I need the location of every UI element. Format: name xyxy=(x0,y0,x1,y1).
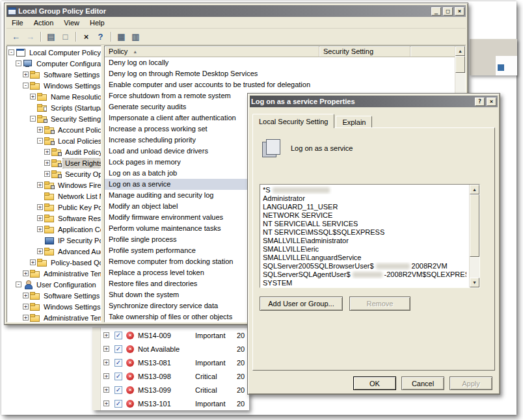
collapse-minus-icon[interactable]: - xyxy=(37,138,43,144)
collapse-minus-icon[interactable]: - xyxy=(8,49,14,55)
expand-plus-icon[interactable]: + xyxy=(103,332,109,338)
expand-plus-icon[interactable]: + xyxy=(23,315,29,321)
account-item[interactable]: NT SERVICE\ALL SERVICES xyxy=(263,220,466,228)
collapse-minus-icon[interactable]: - xyxy=(16,282,21,287)
account-list-scrollbar[interactable]: ▲ ▼ xyxy=(469,185,479,287)
tree-item[interactable]: Scripts (Startup/Shutdown) xyxy=(7,102,101,113)
tree-item[interactable]: +Name Resolution Policy xyxy=(7,91,101,102)
forward-icon[interactable]: → xyxy=(24,31,36,42)
patch-row[interactable]: +✓×MS13-098Critical20 xyxy=(101,369,249,383)
tab-explain[interactable]: Explain xyxy=(336,116,372,127)
checkbox-checked-icon[interactable]: ✓ xyxy=(114,345,122,353)
minimize-button[interactable]: _ xyxy=(431,7,441,16)
tree-item[interactable]: +Application Control Policies xyxy=(7,224,101,235)
checkbox-checked-icon[interactable]: ✓ xyxy=(114,373,122,380)
ok-button[interactable]: OK xyxy=(353,376,396,390)
scroll-down-icon[interactable]: ▼ xyxy=(470,278,479,287)
patch-scrollbar[interactable] xyxy=(92,328,101,410)
column-header-security-setting[interactable]: Security Setting xyxy=(319,46,410,57)
maximize-button[interactable]: □ xyxy=(443,7,453,16)
patch-row[interactable]: +✓×MS14-009Important20 xyxy=(101,328,249,342)
scroll-thumb[interactable] xyxy=(470,194,479,257)
expand-plus-icon[interactable]: + xyxy=(23,293,29,298)
checkbox-checked-icon[interactable]: ✓ xyxy=(114,386,122,394)
apply-button[interactable]: Apply xyxy=(449,376,492,390)
tree-item[interactable]: +Windows Firewall with Advanced Security xyxy=(7,179,101,190)
collapse-minus-icon[interactable]: - xyxy=(16,60,21,66)
scroll-thumb[interactable] xyxy=(455,56,465,73)
tree-item[interactable]: +Windows Settings xyxy=(7,301,101,312)
checkbox-checked-icon[interactable]: ✓ xyxy=(114,400,122,408)
help-icon[interactable]: ? xyxy=(94,31,107,42)
expand-plus-icon[interactable]: + xyxy=(37,182,43,188)
tree-item[interactable]: +Advanced Audit Policy Configuration xyxy=(7,246,101,257)
account-item[interactable]: SMALLVILLE\LanguardService xyxy=(263,254,466,262)
scroll-up-icon[interactable]: ▲ xyxy=(470,185,479,194)
tree-item[interactable]: -Security Settings xyxy=(7,113,101,124)
policy-row[interactable]: Deny log on through Remote Desktop Servi… xyxy=(105,68,455,79)
patch-row[interactable]: +✓×Not Available20 xyxy=(101,342,249,356)
detail-view-icon[interactable]: ▥ xyxy=(129,31,142,42)
tree-item[interactable]: +Administrative Templates xyxy=(7,268,101,279)
expand-plus-icon[interactable]: + xyxy=(37,226,43,232)
expand-plus-icon[interactable]: + xyxy=(37,127,43,133)
account-item[interactable]: Administrator xyxy=(263,194,466,203)
policy-row[interactable]: Deny log on locally xyxy=(105,57,455,68)
expand-plus-icon[interactable]: + xyxy=(37,204,43,210)
checkbox-checked-icon[interactable]: ✓ xyxy=(114,332,122,339)
collapse-minus-icon[interactable]: - xyxy=(23,83,29,88)
tree-item[interactable]: +Security Options xyxy=(7,168,101,179)
tree-item[interactable]: +Software Restriction Policies xyxy=(7,213,101,224)
tree-item[interactable]: Network List Manager Policies xyxy=(7,190,101,202)
remove-button[interactable]: Remove xyxy=(349,296,410,311)
tree-item[interactable]: -Computer Configuration xyxy=(7,58,101,69)
close-button[interactable]: × xyxy=(455,7,464,16)
expand-plus-icon[interactable]: + xyxy=(44,149,50,155)
tree-item[interactable]: -Local Policies xyxy=(7,135,101,146)
tree-item[interactable]: +Software Settings xyxy=(7,69,101,80)
account-item[interactable]: NETWORK SERVICE xyxy=(263,211,466,220)
expand-plus-icon[interactable]: + xyxy=(103,360,109,365)
account-item[interactable]: NT SERVICE\MSSQL$SQLEXPRESS xyxy=(263,228,466,237)
expand-plus-icon[interactable]: + xyxy=(37,215,43,221)
add-user-or-group-button[interactable]: Add User or Group... xyxy=(260,296,343,311)
tree-item[interactable]: +Software Settings xyxy=(7,290,101,301)
account-list[interactable]: *SAdministratorLANGUARD_11_USERNETWORK S… xyxy=(260,185,469,287)
menu-action[interactable]: Action xyxy=(29,18,59,28)
expand-plus-icon[interactable]: + xyxy=(44,171,50,177)
dialog-titlebar[interactable]: Log on as a service Properties ? × xyxy=(250,96,498,107)
tree-item[interactable]: -Local Computer Policy xyxy=(7,47,101,58)
expand-plus-icon[interactable]: + xyxy=(23,72,29,77)
expand-plus-icon[interactable]: + xyxy=(23,304,29,309)
expand-plus-icon[interactable]: + xyxy=(30,259,36,265)
dialog-help-button[interactable]: ? xyxy=(475,98,485,106)
tree-item[interactable]: +Account Policies xyxy=(7,124,101,135)
tree-item[interactable]: -Windows Settings xyxy=(7,80,101,91)
account-item[interactable]: SYSTEM xyxy=(263,279,466,287)
menu-help[interactable]: Help xyxy=(85,18,110,28)
expand-plus-icon[interactable]: + xyxy=(103,400,109,406)
tree-item[interactable]: +Audit Policy xyxy=(7,146,101,157)
account-item[interactable]: SQLServerSQLAgentUser$-2008R2VM$SQLEXPRE… xyxy=(263,270,466,279)
back-icon[interactable]: ← xyxy=(10,31,22,42)
expand-plus-icon[interactable]: + xyxy=(37,248,43,254)
scroll-up-icon[interactable]: ▲ xyxy=(455,46,465,56)
account-item[interactable]: SMALLVILLE\eric xyxy=(263,245,466,254)
patch-row[interactable]: +✓×MS13-101Important20 xyxy=(101,397,249,410)
cancel-button[interactable]: Cancel xyxy=(401,376,444,390)
show-console-tree-icon[interactable]: □ xyxy=(59,31,72,42)
tree-item[interactable]: +User Rights Assignment xyxy=(7,157,101,168)
expand-plus-icon[interactable]: + xyxy=(23,270,29,276)
dialog-close-button[interactable]: × xyxy=(487,98,496,106)
patch-row[interactable]: +✓×MS13-099Critical20 xyxy=(101,383,249,397)
expand-plus-icon[interactable]: + xyxy=(103,373,109,379)
tree-item[interactable]: +Public Key Policies xyxy=(7,202,101,213)
account-item[interactable]: SQLServer2005SQLBrowserUser$2008R2VM xyxy=(263,262,466,270)
checkbox-checked-icon[interactable]: ✓ xyxy=(114,359,122,367)
expand-plus-icon[interactable]: + xyxy=(103,346,109,352)
account-item[interactable]: *S xyxy=(263,186,466,194)
list-view-icon[interactable]: ▦ xyxy=(115,31,127,42)
expand-plus-icon[interactable]: + xyxy=(44,160,50,166)
scroll-track[interactable] xyxy=(470,257,479,278)
main-titlebar[interactable]: Local Group Policy Editor _ □ × xyxy=(7,5,466,17)
